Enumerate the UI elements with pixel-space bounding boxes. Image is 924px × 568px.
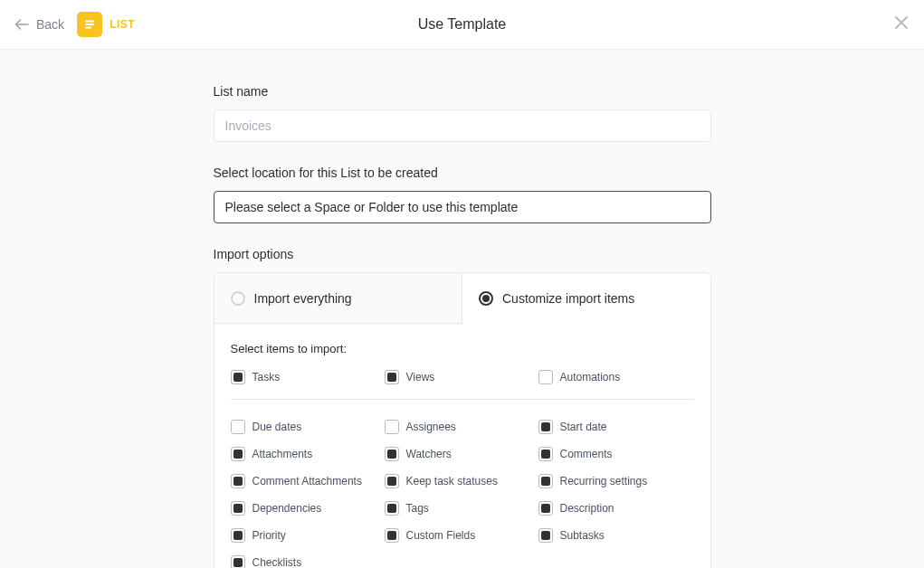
items-grid-row: AttachmentsWatchersComments xyxy=(231,447,694,461)
type-label: LIST xyxy=(110,18,135,31)
checkbox-assignees[interactable]: Assignees xyxy=(385,420,538,434)
checkbox-label: Tasks xyxy=(252,371,281,383)
checkbox-icon xyxy=(231,501,245,516)
checkbox-icon xyxy=(385,501,399,516)
checkbox-automations[interactable]: Automations xyxy=(538,370,692,384)
close-button[interactable] xyxy=(893,14,910,34)
checkbox-label: Dependencies xyxy=(252,502,322,515)
svg-rect-0 xyxy=(85,21,94,23)
checkbox-label: Checklists xyxy=(252,556,302,568)
header: Back LIST Use Template xyxy=(0,0,924,50)
location-placeholder: Please select a Space or Folder to use t… xyxy=(225,200,519,214)
select-items-panel: Select items to import: TasksViewsAutoma… xyxy=(214,324,710,568)
checkbox-label: Watchers xyxy=(406,448,452,460)
import-radio-row: Import everything Customize import items xyxy=(214,273,710,324)
checkbox-recurring_settings[interactable]: Recurring settings xyxy=(538,474,692,488)
checkbox-label: Priority xyxy=(252,529,286,542)
items-grid-row: PriorityCustom FieldsSubtasks xyxy=(231,528,694,543)
customize-import-label: Customize import items xyxy=(502,291,634,306)
checkbox-subtasks[interactable]: Subtasks xyxy=(538,528,692,543)
page-title: Use Template xyxy=(418,16,507,33)
checkbox-label: Automations xyxy=(560,371,621,383)
checkbox-label: Views xyxy=(406,371,435,383)
checkbox-icon xyxy=(538,528,553,543)
items-grid-row: Comment AttachmentsKeep task statusesRec… xyxy=(231,474,694,488)
checkbox-attachments[interactable]: Attachments xyxy=(231,447,385,461)
list-name-input[interactable] xyxy=(214,109,711,142)
customize-import-option[interactable]: Customize import items xyxy=(462,273,710,324)
checkbox-label: Tags xyxy=(406,502,429,515)
type-badge: LIST xyxy=(77,12,135,37)
checkbox-label: Attachments xyxy=(252,448,313,460)
checkbox-label: Description xyxy=(560,502,614,515)
checkbox-icon xyxy=(538,447,553,461)
checkbox-keep_task_statuses[interactable]: Keep task statuses xyxy=(385,474,538,488)
items-grid-row: Checklists xyxy=(231,555,694,568)
checkbox-priority[interactable]: Priority xyxy=(231,528,385,543)
checkbox-label: Comment Attachments xyxy=(252,475,362,488)
checkbox-icon xyxy=(231,555,245,568)
content: List name Select location for this List … xyxy=(214,50,711,568)
checkbox-icon xyxy=(538,420,553,434)
radio-icon xyxy=(479,291,493,306)
checkbox-comment_attachments[interactable]: Comment Attachments xyxy=(231,474,385,488)
checkbox-custom_fields[interactable]: Custom Fields xyxy=(385,528,538,543)
checkbox-icon xyxy=(231,447,245,461)
select-items-heading: Select items to import: xyxy=(231,342,694,355)
checkbox-icon xyxy=(231,474,245,488)
checkbox-watchers[interactable]: Watchers xyxy=(385,447,538,461)
checkbox-tasks[interactable]: Tasks xyxy=(231,370,385,384)
checkbox-icon xyxy=(538,370,553,384)
list-icon xyxy=(77,12,102,37)
back-button[interactable]: Back xyxy=(14,17,64,32)
checkbox-description[interactable]: Description xyxy=(538,501,692,516)
radio-icon xyxy=(231,291,245,306)
content-scroll[interactable]: List name Select location for this List … xyxy=(0,50,924,568)
checkbox-label: Start date xyxy=(560,421,607,433)
back-label: Back xyxy=(36,17,64,32)
checkbox-tags[interactable]: Tags xyxy=(385,501,538,516)
import-heading: Import options xyxy=(214,247,711,261)
import-options-box: Import everything Customize import items… xyxy=(214,272,711,568)
secondary-items-grid: Due datesAssigneesStart dateAttachmentsW… xyxy=(231,420,694,568)
checkbox-dependencies[interactable]: Dependencies xyxy=(231,501,385,516)
checkbox-label: Recurring settings xyxy=(560,475,648,488)
checkbox-icon xyxy=(385,370,399,384)
primary-items-row: TasksViewsAutomations xyxy=(231,370,694,400)
checkbox-views[interactable]: Views xyxy=(385,370,538,384)
checkbox-label: Custom Fields xyxy=(406,529,476,542)
checkbox-comments[interactable]: Comments xyxy=(538,447,692,461)
close-icon xyxy=(893,14,910,34)
checkbox-checklists[interactable]: Checklists xyxy=(231,555,385,568)
svg-rect-2 xyxy=(85,27,91,29)
checkbox-icon xyxy=(385,447,399,461)
checkbox-label: Comments xyxy=(560,448,613,460)
checkbox-icon xyxy=(231,370,245,384)
checkbox-label: Subtasks xyxy=(560,529,605,542)
checkbox-icon xyxy=(538,474,553,488)
list-name-label: List name xyxy=(214,84,711,99)
checkbox-label: Keep task statuses xyxy=(406,475,498,488)
items-grid-row: DependenciesTagsDescription xyxy=(231,501,694,516)
checkbox-due_dates[interactable]: Due dates xyxy=(231,420,385,434)
import-everything-option[interactable]: Import everything xyxy=(214,273,463,324)
location-select[interactable]: Please select a Space or Folder to use t… xyxy=(214,191,711,223)
location-label: Select location for this List to be crea… xyxy=(214,166,711,180)
svg-rect-1 xyxy=(85,24,94,25)
checkbox-start_date[interactable]: Start date xyxy=(538,420,692,434)
checkbox-icon xyxy=(231,420,245,434)
checkbox-icon xyxy=(538,501,553,516)
checkbox-icon xyxy=(231,528,245,543)
checkbox-label: Assignees xyxy=(406,421,456,433)
checkbox-icon xyxy=(385,528,399,543)
checkbox-icon xyxy=(385,420,399,434)
checkbox-label: Due dates xyxy=(252,421,302,433)
items-grid-row: Due datesAssigneesStart date xyxy=(231,420,694,434)
checkbox-icon xyxy=(385,474,399,488)
arrow-left-icon xyxy=(14,19,29,30)
import-everything-label: Import everything xyxy=(254,291,352,306)
